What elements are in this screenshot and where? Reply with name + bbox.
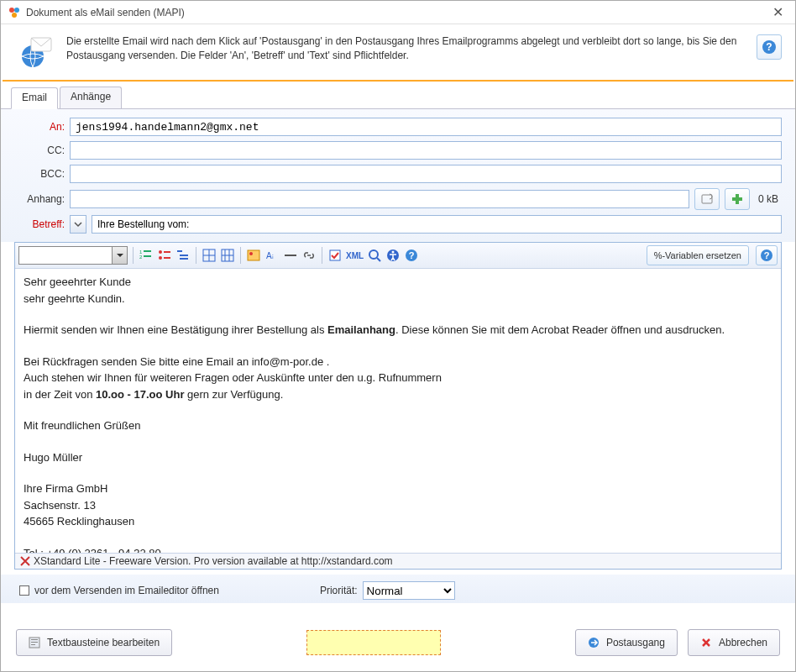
label-subject: Betreff: bbox=[14, 218, 65, 230]
svg-point-33 bbox=[369, 250, 378, 259]
outbox-label: Postausgang bbox=[606, 637, 665, 648]
hr-icon[interactable] bbox=[283, 248, 298, 263]
svg-text:Aᵢ: Aᵢ bbox=[266, 251, 274, 260]
table-insert-icon[interactable] bbox=[202, 248, 217, 263]
body-line: Bei Rückfragen senden Sie bitte eine Ema… bbox=[24, 354, 772, 370]
info-text: Die erstellte Email wird nach dem Klick … bbox=[66, 33, 745, 63]
svg-rect-13 bbox=[144, 255, 151, 257]
label-attachment: Anhang: bbox=[14, 193, 65, 205]
tab-strip: Email Anhänge bbox=[1, 83, 795, 109]
priority-select[interactable]: Normal bbox=[363, 581, 455, 600]
editor-body[interactable]: Sehr geeehrter Kunde sehr geehrte Kundin… bbox=[15, 269, 781, 553]
window-title: Dokument als eMail senden (MAPI) bbox=[26, 7, 767, 18]
body-line: in der Zeit von 10.oo - 17.oo Uhr gern z… bbox=[24, 386, 772, 403]
editor-status-text: XStandard Lite - Freeware Version. Pro v… bbox=[34, 555, 393, 567]
svg-rect-28 bbox=[248, 250, 259, 260]
add-attachment-button[interactable] bbox=[725, 188, 750, 210]
xstandard-icon bbox=[20, 556, 30, 566]
definition-list-icon[interactable] bbox=[175, 248, 191, 263]
bcc-field[interactable] bbox=[70, 165, 782, 183]
svg-rect-31 bbox=[285, 255, 296, 256]
svg-rect-44 bbox=[31, 644, 35, 645]
link-icon[interactable] bbox=[301, 248, 317, 263]
subject-dropdown[interactable] bbox=[70, 215, 86, 234]
xml-view-icon[interactable]: XML bbox=[346, 248, 364, 263]
body-line: Sachsenstr. 13 bbox=[24, 497, 772, 514]
cancel-button[interactable]: Abbrechen bbox=[688, 629, 780, 656]
editor-statusbar: XStandard Lite - Freeware Version. Pro v… bbox=[15, 553, 781, 569]
svg-point-0 bbox=[9, 8, 14, 13]
info-banner: Die erstellte Email wird nach dem Klick … bbox=[1, 24, 795, 80]
preview-icon[interactable] bbox=[367, 248, 382, 263]
to-field[interactable] bbox=[70, 118, 782, 136]
label-priority: Priorität: bbox=[320, 585, 358, 596]
table-edit-icon[interactable] bbox=[220, 248, 235, 263]
app-icon bbox=[8, 6, 21, 19]
body-line: Hiermit senden wir Ihnen eine Bestätigun… bbox=[24, 322, 772, 339]
outbox-button[interactable]: Postausgang bbox=[575, 629, 678, 656]
svg-text:2: 2 bbox=[139, 255, 143, 260]
svg-rect-20 bbox=[180, 258, 188, 260]
svg-point-14 bbox=[159, 250, 162, 254]
body-line: Mit freundlichen Grüßen bbox=[24, 417, 772, 434]
svg-rect-18 bbox=[177, 250, 182, 252]
label-cc: CC: bbox=[14, 144, 65, 156]
svg-rect-42 bbox=[31, 639, 38, 640]
tab-attachments[interactable]: Anhänge bbox=[60, 87, 122, 108]
svg-rect-9 bbox=[732, 197, 742, 201]
attachment-size: 0 kB bbox=[755, 193, 782, 205]
svg-rect-17 bbox=[164, 257, 170, 259]
abbr-icon[interactable]: Aᵢ bbox=[264, 248, 280, 263]
editor-toolbar: 12 Aᵢ XML ? %-Variablen ersetzen ? bbox=[15, 243, 781, 269]
attachment-field[interactable] bbox=[70, 190, 689, 208]
subject-field[interactable] bbox=[92, 215, 782, 234]
svg-rect-43 bbox=[31, 642, 38, 643]
svg-point-29 bbox=[249, 252, 253, 255]
divider bbox=[3, 80, 793, 81]
replace-variables-button[interactable]: %-Variablen ersetzen bbox=[647, 245, 749, 265]
body-line: 45665 Recklinghausen bbox=[24, 513, 772, 530]
svg-point-36 bbox=[392, 251, 395, 254]
svg-point-2 bbox=[12, 13, 17, 18]
body-line: Tel.: +49 (0) 2361 - 94 32 80 bbox=[24, 545, 772, 554]
image-icon[interactable] bbox=[246, 248, 261, 263]
tab-email[interactable]: Email bbox=[11, 87, 58, 109]
body-line: Ihre Firma GmbH bbox=[24, 480, 772, 497]
titlebar: Dokument als eMail senden (MAPI) ✕ bbox=[1, 1, 795, 24]
form-area: An: CC: BCC: Anhang: 0 kB Betreff: bbox=[1, 109, 795, 242]
numbered-list-icon[interactable]: 12 bbox=[139, 248, 154, 263]
svg-rect-32 bbox=[330, 250, 340, 260]
editor: 12 Aᵢ XML ? %-Variablen ersetzen ? Sehr … bbox=[14, 242, 782, 570]
dialog-window: Dokument als eMail senden (MAPI) ✕ Die e… bbox=[0, 0, 796, 672]
body-line: Auch stehen wir Ihnen für weiteren Frage… bbox=[24, 370, 772, 386]
accessibility-icon[interactable] bbox=[385, 248, 401, 263]
body-line: Sehr geeehrter Kunde bbox=[24, 274, 772, 291]
svg-line-34 bbox=[377, 258, 380, 261]
toolbar-help-button[interactable]: ? bbox=[756, 245, 778, 265]
mail-globe-icon bbox=[18, 33, 55, 70]
cc-field[interactable] bbox=[70, 141, 782, 160]
spellcheck-icon[interactable] bbox=[327, 248, 343, 263]
close-button[interactable]: ✕ bbox=[767, 4, 788, 20]
checkbox-icon bbox=[19, 585, 29, 596]
svg-rect-19 bbox=[180, 255, 188, 256]
edit-textblocks-label: Textbausteine bearbeiten bbox=[47, 637, 160, 648]
cancel-label: Abbrechen bbox=[719, 637, 767, 648]
svg-text:?: ? bbox=[764, 250, 770, 260]
body-line: sehr geehrte Kundin. bbox=[24, 291, 772, 307]
open-in-editor-label: vor dem Versenden im Emaileditor öffnen bbox=[34, 585, 219, 596]
edit-textblocks-button[interactable]: Textbausteine bearbeiten bbox=[16, 629, 172, 656]
font-combo[interactable] bbox=[18, 246, 128, 265]
svg-text:?: ? bbox=[766, 41, 772, 53]
bullet-list-icon[interactable] bbox=[157, 248, 172, 263]
open-in-editor-checkbox[interactable]: vor dem Versenden im Emaileditor öffnen bbox=[19, 585, 219, 596]
label-to: An: bbox=[14, 121, 65, 133]
svg-point-16 bbox=[159, 256, 162, 260]
editor-help-icon[interactable]: ? bbox=[404, 248, 419, 263]
browse-attachment-button[interactable] bbox=[694, 188, 720, 210]
svg-rect-11 bbox=[144, 250, 151, 252]
svg-rect-15 bbox=[164, 251, 170, 253]
label-bcc: BCC: bbox=[14, 168, 65, 180]
drop-zone[interactable] bbox=[306, 630, 441, 655]
help-button[interactable]: ? bbox=[757, 34, 782, 60]
